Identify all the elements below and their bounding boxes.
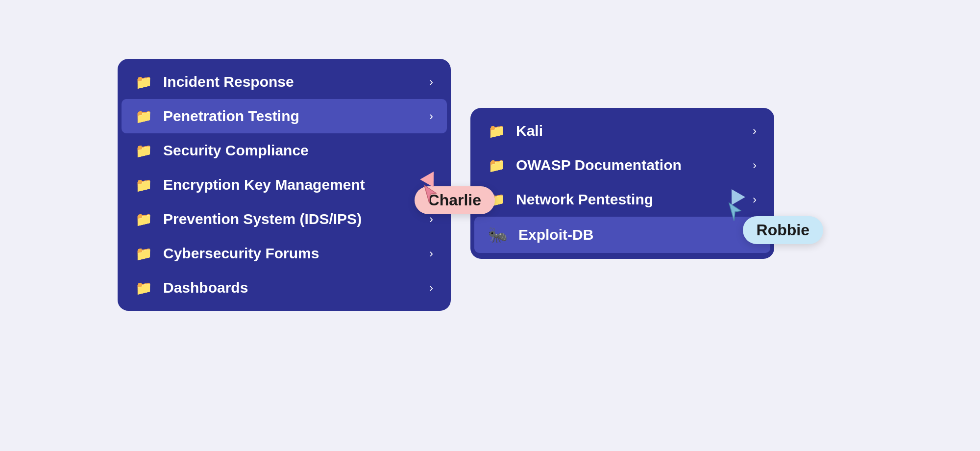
menu-item-encryption-key-management[interactable]: 📁 Encryption Key Management ›: [118, 168, 451, 202]
chevron-icon: ›: [429, 281, 433, 295]
robbie-cursor: [727, 188, 743, 224]
folder-icon: 📁: [135, 143, 152, 159]
chevron-icon: ›: [429, 247, 433, 260]
menu-item-label: Kali: [516, 123, 747, 139]
folder-icon: 📁: [135, 211, 152, 227]
folder-icon: 📁: [488, 157, 505, 174]
menu-item-label: Network Pentesting: [516, 191, 747, 208]
menu-item-label: Prevention System (IDS/IPS): [163, 211, 423, 227]
menu-item-label: Penetration Testing: [163, 108, 423, 125]
menu-item-label: OWASP Documentation: [516, 157, 747, 174]
menu-item-security-compliance[interactable]: 📁 Security Compliance: [118, 133, 451, 168]
submenu-item-owasp[interactable]: 📁 OWASP Documentation ›: [470, 148, 774, 182]
chevron-icon: ›: [429, 109, 433, 123]
chevron-icon: ›: [429, 212, 433, 226]
menu-item-dashboards[interactable]: 📁 Dashboards ›: [118, 271, 451, 305]
menu-item-penetration-testing[interactable]: 📁 Penetration Testing ›: [122, 99, 447, 133]
menu-item-label: Cybersecurity Forums: [163, 245, 423, 262]
submenu-item-exploit-db[interactable]: 🐜 Exploit-DB: [474, 217, 770, 253]
chevron-icon: ›: [753, 193, 757, 206]
menu-item-cybersecurity-forums[interactable]: 📁 Cybersecurity Forums ›: [118, 236, 451, 271]
folder-icon: 📁: [135, 246, 152, 262]
menu-item-label: Exploit-DB: [518, 226, 757, 243]
menu-item-label: Dashboards: [163, 279, 423, 296]
menu-item-prevention-system[interactable]: 📁 Prevention System (IDS/IPS) ›: [118, 202, 451, 236]
menu-item-incident-response[interactable]: 📁 Incident Response ›: [118, 65, 451, 99]
right-submenu-panel: 📁 Kali › 📁 OWASP Documentation › 📁 Netwo…: [470, 108, 774, 259]
submenu-item-kali[interactable]: 📁 Kali ›: [470, 114, 774, 148]
bug-icon: 🐜: [488, 226, 508, 244]
folder-icon: 📁: [135, 108, 152, 125]
folder-icon: 📁: [135, 177, 152, 193]
robbie-tooltip: Robbie: [743, 216, 823, 244]
left-menu-panel: Charlie 📁 Incident Response › 📁 Penetrat…: [118, 59, 451, 311]
menu-item-label: Encryption Key Management: [163, 176, 423, 193]
chevron-icon: ›: [753, 158, 757, 172]
svg-marker-0: [424, 185, 436, 203]
menu-item-label: Security Compliance: [163, 142, 433, 159]
folder-icon: 📁: [135, 74, 152, 90]
scene: Charlie 📁 Incident Response › 📁 Penetrat…: [98, 29, 882, 422]
svg-marker-1: [729, 203, 741, 221]
folder-icon: 📁: [488, 123, 505, 139]
chevron-icon: ›: [429, 75, 433, 89]
menu-item-label: Incident Response: [163, 74, 423, 90]
folder-icon: 📁: [135, 280, 152, 296]
chevron-icon: ›: [753, 124, 757, 138]
